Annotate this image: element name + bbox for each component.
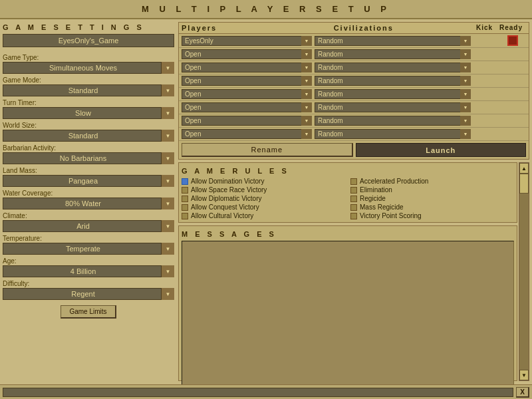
- left-panel: G A M E S E T T I N G S Game Type:Simult…: [3, 22, 174, 381]
- civ-select-3[interactable]: Random: [315, 76, 471, 86]
- field-dropdown-7: Arid▼: [3, 220, 174, 232]
- player-name-dropdown-7: Open▼: [182, 129, 312, 139]
- civ-dropdown-4: Random▼: [315, 89, 471, 99]
- field-select-9[interactable]: 4 Billion: [3, 265, 174, 277]
- messages-panel: M E S S A G E S: [178, 225, 517, 381]
- rename-button[interactable]: Rename: [182, 143, 353, 157]
- rule-right-3: Mass Regicide: [350, 203, 514, 211]
- rule-checkbox-right-4[interactable]: [350, 213, 357, 219]
- messages-title: M E S S A G E S: [182, 230, 514, 238]
- player-row-7: Open▼Random▼: [179, 128, 529, 141]
- player-name-select-3[interactable]: Open: [182, 76, 312, 86]
- civ-select-1[interactable]: Random: [315, 49, 471, 59]
- field-label-10: Difficulty:: [3, 280, 174, 287]
- field-dropdown-6: 80% Water▼: [3, 198, 174, 209]
- player-name-select-5[interactable]: Open: [182, 102, 312, 112]
- player-name-select-1[interactable]: Open: [182, 49, 312, 59]
- game-limits-button[interactable]: Game Limits: [61, 305, 116, 319]
- field-select-8[interactable]: Temperate: [3, 243, 174, 255]
- civs-col-header: Civilizations: [301, 24, 476, 32]
- rule-label-right-1: Elimination: [360, 186, 392, 194]
- player-setup-panel: Players Civilizations Kick Ready EyesOnl…: [178, 22, 529, 160]
- civ-select-0[interactable]: Random: [315, 36, 471, 46]
- scroll-down-button[interactable]: ▼: [519, 370, 529, 380]
- rule-label-left-2: Allow Diplomatic Victory: [191, 195, 262, 202]
- right-panel: Players Civilizations Kick Ready EyesOnl…: [178, 22, 529, 381]
- rule-label-left-0: Allow Domination Victory: [191, 178, 264, 185]
- rule-checkbox-right-2[interactable]: [350, 196, 357, 202]
- player-name-select-2[interactable]: Open: [182, 63, 312, 72]
- rules-grid: Allow Domination VictoryAccelerated Prod…: [182, 178, 514, 219]
- rule-checkbox-left-1[interactable]: [182, 187, 188, 194]
- rule-label-left-3: Allow Conquest Victory: [191, 203, 259, 211]
- scroll-thumb[interactable]: [519, 174, 529, 194]
- field-dropdown-9: 4 Billion▼: [3, 265, 174, 277]
- rules-and-messages: G A M E R U L E S Allow Domination Victo…: [178, 162, 517, 381]
- rule-checkbox-left-3[interactable]: [182, 204, 188, 211]
- rule-checkbox-left-4[interactable]: [182, 213, 188, 219]
- field-label-8: Temperature:: [3, 235, 174, 242]
- rule-left-0: Allow Domination Victory: [182, 178, 345, 185]
- civ-dropdown-7: Random▼: [315, 129, 471, 139]
- civ-select-2[interactable]: Random: [315, 63, 471, 72]
- scroll-up-button[interactable]: ▲: [519, 163, 529, 174]
- player-name-select-0[interactable]: EyesOnly: [182, 36, 312, 46]
- rule-label-right-3: Mass Regicide: [360, 203, 404, 211]
- civ-select-6[interactable]: Random: [315, 116, 471, 126]
- game-name-input[interactable]: [3, 34, 174, 47]
- field-label-7: Climate:: [3, 212, 174, 219]
- field-label-9: Age:: [3, 257, 174, 265]
- player-row-3: Open▼Random▼: [179, 74, 529, 88]
- rule-checkbox-right-1[interactable]: [350, 187, 357, 194]
- kick-col-header: Kick: [476, 24, 499, 32]
- player-setup-header: Players Civilizations Kick Ready: [179, 23, 529, 34]
- launch-button[interactable]: Launch: [356, 143, 527, 157]
- players-col-header: Players: [182, 24, 301, 32]
- field-select-2[interactable]: Slow: [3, 107, 174, 119]
- player-name-dropdown-6: Open▼: [182, 116, 312, 126]
- field-select-4[interactable]: No Barbarians: [3, 152, 174, 164]
- player-name-select-4[interactable]: Open: [182, 89, 312, 99]
- player-row-5: Open▼Random▼: [179, 101, 529, 114]
- rule-right-4: Victory Point Scoring: [350, 212, 514, 219]
- rule-checkbox-left-0[interactable]: [182, 178, 188, 185]
- civ-select-7[interactable]: Random: [315, 129, 471, 139]
- rule-checkbox-right-0[interactable]: [350, 178, 357, 185]
- ready-cell-0: [499, 35, 526, 46]
- field-dropdown-1: Standard▼: [3, 84, 174, 96]
- player-name-dropdown-0: EyesOnly▼: [182, 36, 312, 46]
- civ-select-5[interactable]: Random: [315, 102, 471, 112]
- ready-box-0[interactable]: [507, 35, 518, 46]
- civ-dropdown-2: Random▼: [315, 63, 471, 72]
- rule-checkbox-right-3[interactable]: [350, 204, 357, 211]
- field-dropdown-3: Standard▼: [3, 130, 174, 142]
- player-row-1: Open▼Random▼: [179, 48, 529, 61]
- player-name-dropdown-4: Open▼: [182, 89, 312, 99]
- civ-select-4[interactable]: Random: [315, 89, 471, 99]
- field-select-5[interactable]: Pangaea: [3, 175, 174, 187]
- field-select-3[interactable]: Standard: [3, 130, 174, 142]
- civ-dropdown-1: Random▼: [315, 49, 471, 59]
- title-bar: M U L T I P L A Y E R S E T U P: [0, 0, 532, 19]
- field-select-10[interactable]: Regent: [3, 288, 174, 300]
- rule-label-right-0: Accelerated Production: [360, 178, 428, 185]
- player-rows: EyesOnly▼Random▼Open▼Random▼Open▼Random▼…: [179, 34, 529, 141]
- field-dropdown-8: Temperate▼: [3, 243, 174, 255]
- status-input[interactable]: [3, 388, 513, 397]
- ready-col-header: Ready: [499, 24, 526, 32]
- player-actions: Rename Launch: [179, 141, 529, 159]
- player-row-0: EyesOnly▼Random▼: [179, 34, 529, 48]
- rule-label-right-2: Regicide: [360, 195, 386, 202]
- main-layout: G A M E S E T T I N G S Game Type:Simult…: [0, 19, 532, 384]
- rule-checkbox-left-2[interactable]: [182, 196, 188, 202]
- field-select-6[interactable]: 80% Water: [3, 198, 174, 209]
- field-select-7[interactable]: Arid: [3, 220, 174, 232]
- close-button[interactable]: X: [516, 387, 529, 398]
- scrollbar: ▲ ▼: [519, 162, 529, 381]
- field-label-6: Water Coverage:: [3, 190, 174, 197]
- rule-right-1: Elimination: [350, 186, 514, 194]
- player-name-select-7[interactable]: Open: [182, 129, 312, 139]
- field-select-0[interactable]: Simultaneous Moves: [3, 62, 174, 74]
- player-name-select-6[interactable]: Open: [182, 116, 312, 126]
- field-select-1[interactable]: Standard: [3, 84, 174, 96]
